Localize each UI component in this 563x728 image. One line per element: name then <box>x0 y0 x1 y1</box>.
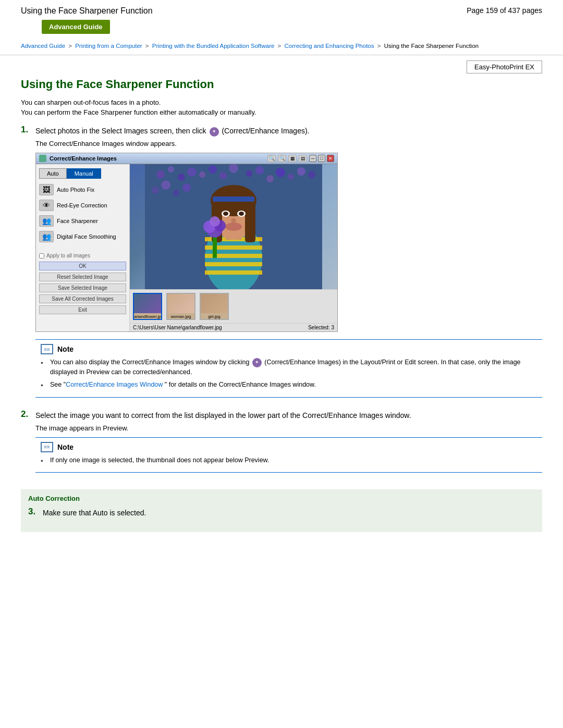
step-2: 2. Select the image you want to correct … <box>21 410 542 480</box>
thumb-3-label: girl.jpg <box>208 314 221 319</box>
minimize-button[interactable]: ─ <box>309 155 316 162</box>
note-icon-1: ≡≡ <box>41 344 53 354</box>
thumb-1-label: garlandflower.jpg <box>133 314 162 319</box>
note-box-2: ≡≡ Note ▪ If only one image is selected,… <box>35 437 542 473</box>
svg-point-10 <box>255 166 264 175</box>
step-3-number: 3. <box>28 507 43 517</box>
svg-point-9 <box>246 170 252 177</box>
zoom-out-icon[interactable]: 🔍 <box>278 155 286 162</box>
step-2-number: 2. <box>21 409 35 419</box>
step-1: 1. Select photos in the Select Images sc… <box>21 126 542 404</box>
ss-tabs: Auto Manual <box>39 168 126 179</box>
svg-point-42 <box>210 216 220 227</box>
apply-all-checkbox[interactable] <box>39 253 44 258</box>
breadcrumb-link-1[interactable]: Advanced Guide <box>21 43 65 49</box>
breadcrumb-link-4[interactable]: Correcting and Enhancing Photos <box>285 43 374 49</box>
note-item-2: ▪ See "Correct/Enhance Images Window " f… <box>41 380 537 390</box>
tab-manual[interactable]: Manual <box>67 168 101 179</box>
apply-all-row: Apply to all images <box>39 253 126 258</box>
adv-guide-label: Advanced Guide <box>49 23 103 31</box>
close-button[interactable]: ✕ <box>327 155 334 162</box>
svg-point-13 <box>288 174 294 180</box>
thumb-3-img <box>201 294 228 313</box>
ss-titlebar-left: Correct/Enhance Images <box>39 155 117 162</box>
svg-point-5 <box>199 171 205 178</box>
face-sharpener-label: Face Sharpener <box>57 218 98 224</box>
save-selected-button[interactable]: Save Selected Image <box>39 283 126 292</box>
note-title-2: Note <box>57 443 74 451</box>
svg-point-11 <box>266 175 274 182</box>
digital-face-icon: 👥 <box>39 231 54 242</box>
screenshot-box: Correct/Enhance Images 🔍 🔍 ▦ ▤ ─ □ ✕ <box>35 153 338 332</box>
note-text-2: See "Correct/Enhance Images Window " for… <box>50 380 316 390</box>
svg-point-12 <box>276 168 285 177</box>
step-2-sub: The image appears in Preview. <box>35 424 542 432</box>
auto-correction-box: Auto Correction 3. Make sure that Auto i… <box>21 489 542 532</box>
correct-enhance-icon-1 <box>210 127 219 137</box>
tool-red-eye[interactable]: 👁 Red-Eye Correction <box>39 200 126 211</box>
section-title: Using the Face Sharpener Function <box>21 78 542 91</box>
thumb-2[interactable]: woman.jpg <box>166 293 195 320</box>
apply-all-label: Apply to all images <box>46 253 90 258</box>
breadcrumb-current: Using the Face Sharpener Function <box>384 43 479 49</box>
ss-window-title: Correct/Enhance Images <box>50 155 117 162</box>
note-text-1: You can also display the Correct/Enhance… <box>50 357 537 377</box>
tool-digital-face[interactable]: 👥 Digital Face Smoothing <box>39 231 126 242</box>
note-header-1: ≡≡ Note <box>41 344 537 354</box>
breadcrumb-link-2[interactable]: Printing from a Computer <box>75 43 142 49</box>
tool-auto-photo-fix[interactable]: 🖼 Auto Photo Fix <box>39 184 126 195</box>
intro-text-2: You can perform the Face Sharpener funct… <box>21 108 542 116</box>
main-content: Using the Face Sharpener Function You ca… <box>0 78 563 553</box>
svg-rect-30 <box>245 195 255 242</box>
view-icon-1[interactable]: ▦ <box>288 155 297 162</box>
svg-point-35 <box>239 212 244 216</box>
ss-left-panel: Auto Manual 🖼 Auto Photo Fix 👁 Red-Eye C… <box>36 164 130 331</box>
tab-auto[interactable]: Auto <box>39 168 67 179</box>
step-1-text: Select photos in the Select Images scree… <box>35 126 542 137</box>
svg-point-17 <box>161 180 170 190</box>
ok-button[interactable]: OK <box>39 262 126 270</box>
svg-point-19 <box>182 183 191 192</box>
ss-titlebar: Correct/Enhance Images 🔍 🔍 ▦ ▤ ─ □ ✕ <box>36 153 337 164</box>
note-link-1[interactable]: Correct/Enhance Images Window <box>66 381 163 388</box>
ss-status-left: C:\Users\User Name\garlandflower.jpg <box>133 325 222 330</box>
face-sharpener-icon: 👥 <box>39 215 54 227</box>
svg-point-6 <box>209 165 217 174</box>
svg-point-33 <box>223 212 228 216</box>
app-button[interactable]: Easy-PhotoPrint EX <box>467 60 542 73</box>
step-2-text: Select the image you want to correct fro… <box>35 410 542 421</box>
page-title: Using the Face Sharpener Function <box>21 6 153 16</box>
save-all-button[interactable]: Save All Corrected Images <box>39 294 126 303</box>
breadcrumb: Advanced Guide > Printing from a Compute… <box>0 39 563 55</box>
step-1-number: 1. <box>21 125 35 135</box>
svg-point-4 <box>187 167 197 177</box>
step-3-content: Make sure that Auto is selected. <box>43 508 535 522</box>
thumb-2-label: woman.jpg <box>171 314 191 319</box>
restore-button[interactable]: □ <box>318 155 325 162</box>
thumb-3[interactable]: girl.jpg <box>200 293 229 320</box>
step-3: 3. Make sure that Auto is selected. <box>28 508 535 522</box>
svg-point-3 <box>178 174 185 181</box>
ss-toolbar-right: 🔍 🔍 ▦ ▤ ─ □ ✕ <box>267 155 334 162</box>
note-item-3: ▪ If only one image is selected, the thu… <box>41 455 537 466</box>
zoom-in-icon[interactable]: 🔍 <box>267 155 276 162</box>
svg-point-37 <box>225 223 242 231</box>
correct-enhance-icon-2 <box>252 358 262 367</box>
digital-face-label: Digital Face Smoothing <box>57 233 116 240</box>
tool-face-sharpener[interactable]: 👥 Face Sharpener <box>39 215 126 227</box>
svg-rect-25 <box>205 270 262 275</box>
note-item-1: ▪ You can also display the Correct/Enhan… <box>41 357 537 377</box>
reset-selected-button[interactable]: Reset Selected Image <box>39 273 126 281</box>
ss-body: Auto Manual 🖼 Auto Photo Fix 👁 Red-Eye C… <box>36 164 337 331</box>
note-box-1: ≡≡ Note ▪ You can also display the Corre… <box>35 339 542 397</box>
svg-point-14 <box>297 167 305 176</box>
exit-button[interactable]: Exit <box>39 305 126 314</box>
thumb-1[interactable]: garlandflower.jpg <box>133 293 162 320</box>
svg-point-15 <box>308 171 315 178</box>
breadcrumb-link-3[interactable]: Printing with the Bundled Application So… <box>152 43 275 49</box>
step-1-content: Select photos in the Select Images scree… <box>35 126 542 404</box>
view-icon-2[interactable]: ▤ <box>299 155 307 162</box>
svg-point-16 <box>152 187 159 194</box>
svg-point-18 <box>173 190 179 196</box>
svg-point-2 <box>168 166 174 172</box>
